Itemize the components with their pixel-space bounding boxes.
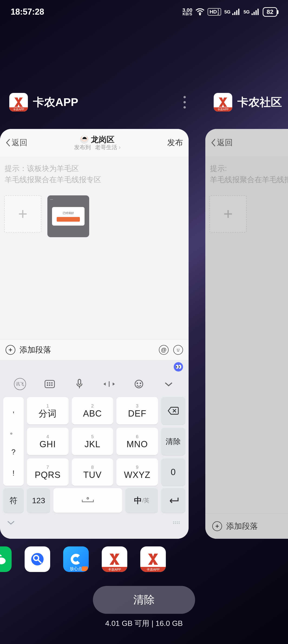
svg-rect-2 bbox=[234, 12, 236, 15]
dock-search[interactable] bbox=[24, 546, 50, 572]
add-paragraph-label-b[interactable]: 添加段落 bbox=[226, 521, 258, 532]
add-paragraph-icon-b[interactable] bbox=[212, 521, 222, 531]
key-1[interactable]: 1分词 bbox=[27, 397, 68, 424]
emoji-keyboard-icon[interactable] bbox=[133, 378, 145, 390]
svg-point-32 bbox=[31, 553, 44, 565]
key-5[interactable]: 5JKL bbox=[72, 428, 113, 455]
space-key[interactable] bbox=[54, 488, 122, 513]
key-3[interactable]: 3DEF bbox=[116, 397, 158, 424]
svg-point-20 bbox=[137, 383, 138, 384]
app-icon-b: 卡农APP bbox=[214, 93, 232, 112]
svg-rect-4 bbox=[238, 8, 240, 15]
svg-rect-8 bbox=[258, 8, 259, 15]
task-card-a[interactable]: 返回 龙岗区 发布到 老哥生活› 发布 提示：该板块为羊毛区 羊毛线报聚合在羊毛… bbox=[0, 129, 188, 539]
svg-point-16 bbox=[49, 385, 50, 386]
memory-status: 4.01 GB 可用 | 16.0 GB bbox=[105, 618, 183, 629]
back-button-b[interactable]: 返回 bbox=[211, 137, 233, 148]
post-topbar-b: 返回 龙岗区 发布到 老哥生活› bbox=[205, 129, 288, 156]
svg-point-22 bbox=[87, 498, 88, 499]
status-right: 3.00KB/S HD12 5G 5G 82 bbox=[182, 7, 277, 17]
numeric-key[interactable]: 123 bbox=[27, 488, 50, 513]
svg-point-14 bbox=[52, 383, 52, 383]
svg-point-31 bbox=[0, 558, 6, 564]
backspace-key[interactable] bbox=[161, 397, 185, 424]
svg-point-12 bbox=[47, 383, 48, 383]
key-7[interactable]: 7PQRS bbox=[27, 458, 68, 486]
back-button[interactable]: 返回 bbox=[6, 137, 28, 148]
svg-rect-5 bbox=[252, 14, 253, 15]
collapse-keyboard-chevron-icon[interactable] bbox=[7, 520, 15, 525]
svg-point-29 bbox=[177, 523, 178, 524]
collapse-keyboard-icon[interactable] bbox=[162, 378, 175, 390]
dock-kanong-2[interactable]: 卡农APP bbox=[140, 546, 166, 572]
dock: 放心点 卡农APP 卡农APP bbox=[0, 546, 166, 572]
svg-rect-18 bbox=[78, 380, 81, 384]
dock-eleme[interactable]: 放心点 bbox=[63, 546, 89, 572]
editor-toolbar: 添加段落 @ bbox=[0, 340, 188, 360]
ime-logo-icon[interactable]: 讯飞 bbox=[14, 378, 26, 390]
add-paragraph-label[interactable]: 添加段落 bbox=[20, 344, 51, 355]
task-card-b[interactable]: 返回 龙岗区 发布到 老哥生活› 提示: 羊毛线报聚合在羊毛线报专区 添加段落 bbox=[205, 129, 288, 539]
svg-rect-7 bbox=[256, 10, 257, 15]
clear-all-button[interactable]: 清除 bbox=[93, 586, 195, 614]
svg-point-30 bbox=[178, 523, 180, 524]
chevron-right-icon: › bbox=[119, 144, 120, 150]
ime-assistant-icon[interactable]: 👀 bbox=[174, 362, 183, 372]
key-0[interactable]: 0 bbox=[161, 458, 185, 486]
keyboard-handle-icon[interactable] bbox=[172, 520, 182, 524]
punct-column[interactable]: , 。 ? ! bbox=[3, 397, 24, 486]
key-9[interactable]: 9WXYZ bbox=[116, 458, 158, 486]
svg-point-21 bbox=[140, 383, 141, 384]
attached-screenshot[interactable]: — 已经填好 bbox=[48, 196, 89, 237]
keyboard: 👀 讯飞 , 。 ? ! 1分词 2ABC 3DEF 4GHI 5JKL 6MN… bbox=[0, 360, 188, 539]
hint-text-b: 提示: 羊毛线报聚合在羊毛线报专区 bbox=[205, 156, 288, 185]
clear-key[interactable]: 清除 bbox=[161, 428, 185, 455]
net-5g-2: 5G bbox=[244, 9, 250, 15]
keyboard-switch-icon[interactable] bbox=[44, 378, 56, 390]
add-image-button-b[interactable] bbox=[210, 196, 247, 232]
svg-rect-3 bbox=[236, 10, 237, 15]
svg-point-0 bbox=[200, 14, 200, 15]
dock-wechat[interactable] bbox=[0, 546, 12, 572]
add-image-button[interactable] bbox=[4, 196, 41, 232]
dock-kanong-1[interactable]: 卡农APP bbox=[102, 546, 127, 572]
app-title-b: 卡农社区 bbox=[237, 95, 282, 110]
enter-key[interactable] bbox=[161, 488, 185, 513]
svg-point-27 bbox=[173, 523, 174, 524]
key-8[interactable]: 8TUV bbox=[72, 458, 113, 486]
signal-icon-2 bbox=[252, 8, 260, 15]
svg-point-17 bbox=[52, 385, 52, 386]
lang-key[interactable]: 中/英 bbox=[126, 488, 158, 513]
svg-point-28 bbox=[175, 523, 176, 524]
cursor-move-icon[interactable] bbox=[103, 378, 115, 390]
svg-rect-6 bbox=[254, 12, 255, 15]
task-menu-icon[interactable] bbox=[184, 96, 186, 108]
post-destination[interactable]: 龙岗区 发布到 老哥生活› bbox=[74, 135, 121, 150]
svg-rect-11 bbox=[45, 380, 54, 388]
net-speed: 3.00KB/S bbox=[182, 8, 192, 16]
clock: 18:57:28 bbox=[11, 7, 44, 17]
battery-badge: 82 bbox=[263, 7, 277, 17]
mention-button[interactable]: @ bbox=[159, 345, 168, 355]
svg-rect-1 bbox=[232, 14, 234, 15]
app-icon-a: 卡农APP bbox=[9, 93, 28, 112]
hd-badge: HD12 bbox=[208, 8, 221, 16]
task-header-b[interactable]: 卡农APP 卡农社区 bbox=[214, 93, 288, 112]
key-6[interactable]: 6MNO bbox=[116, 428, 158, 455]
svg-point-25 bbox=[177, 521, 178, 522]
signal-icon-1 bbox=[232, 8, 240, 15]
publish-button[interactable]: 发布 bbox=[167, 137, 183, 148]
add-paragraph-icon[interactable] bbox=[6, 345, 15, 355]
svg-point-23 bbox=[173, 521, 174, 522]
task-header-a[interactable]: 卡农APP 卡农APP bbox=[9, 93, 186, 112]
svg-point-26 bbox=[178, 521, 180, 522]
avatar-icon bbox=[80, 135, 88, 144]
voice-input-icon[interactable] bbox=[74, 378, 86, 390]
key-4[interactable]: 4GHI bbox=[27, 428, 68, 455]
editor-toolbar-b: 添加段落 bbox=[205, 513, 288, 539]
emoji-button[interactable] bbox=[173, 345, 183, 355]
hint-text-a: 提示：该板块为羊毛区 羊毛线报聚合在羊毛线报专区 bbox=[0, 156, 188, 185]
key-2[interactable]: 2ABC bbox=[72, 397, 113, 424]
net-5g-1: 5G bbox=[224, 9, 231, 15]
symbol-key[interactable]: 符 bbox=[3, 488, 24, 513]
